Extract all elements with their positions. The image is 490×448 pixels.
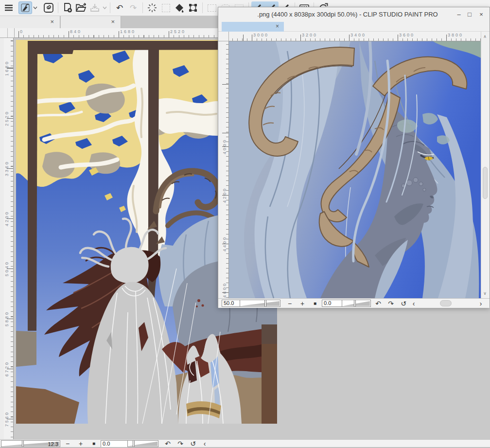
document-tab-2[interactable]: ×: [61, 16, 121, 28]
scroll-right-button[interactable]: ›: [477, 299, 485, 308]
vertical-scrollbar[interactable]: [481, 41, 489, 288]
reset-rotation-button[interactable]: ↺: [398, 299, 409, 308]
minimize-button[interactable]: –: [454, 7, 464, 22]
float-body: 4000 4200 4400 4600: [218, 41, 490, 298]
ruler-label: 4200: [222, 180, 228, 210]
floating-canvas-window[interactable]: .png (4400 x 8038px 300dpi 50.0%) - CLIP…: [218, 7, 490, 307]
invert-selection-icon[interactable]: [159, 1, 173, 14]
ruler-label: 1680: [4, 51, 13, 85]
horizontal-scrollbar[interactable]: [419, 299, 477, 308]
transform-icon[interactable]: [186, 1, 200, 14]
ruler-label: 4600: [222, 275, 228, 298]
ruler-label: 4400: [222, 229, 228, 258]
ruler-label: 6720: [4, 352, 13, 386]
float-title-bar[interactable]: .png (4400 x 8038px 300dpi 50.0%) - CLIP…: [218, 7, 490, 22]
ruler-label: 4000: [222, 132, 228, 161]
ruler-label: 7560: [4, 402, 13, 436]
ruler-label: 2520: [4, 101, 13, 135]
float-tab-bar: ×: [218, 22, 490, 32]
tab-close-icon[interactable]: ×: [111, 18, 115, 25]
zoom-value[interactable]: 50.0: [222, 300, 240, 307]
rotate-left-button[interactable]: ↶: [373, 299, 384, 308]
rotate-right-button[interactable]: ↷: [385, 299, 396, 308]
pen-dropdown-icon[interactable]: [32, 1, 38, 14]
scrollbar-thumb[interactable]: [440, 300, 452, 306]
ruler-corner: [0, 28, 15, 38]
ruler-label: 3800: [448, 33, 463, 37]
ruler-label: 3000: [253, 33, 269, 37]
zoom-slider[interactable]: [240, 300, 280, 307]
save-file-icon[interactable]: [88, 1, 102, 14]
deselect-icon[interactable]: [145, 1, 159, 14]
scrollbar-thumb[interactable]: [483, 167, 488, 199]
ruler-label: 1680: [120, 29, 136, 34]
zoom-out-button[interactable]: −: [62, 440, 73, 447]
pen-tool-icon[interactable]: [18, 1, 32, 14]
actual-size-button[interactable]: ■: [88, 440, 99, 447]
redo-icon[interactable]: ↷: [126, 1, 140, 14]
rotate-slider[interactable]: [127, 440, 158, 447]
ruler-label: 3360: [4, 151, 13, 185]
rotate-value[interactable]: 0.0: [322, 300, 342, 307]
float-artwork-svg: [229, 41, 481, 298]
tab-close-icon[interactable]: ×: [50, 18, 54, 25]
ruler-label: 3200: [302, 33, 317, 37]
h-ruler-float: 3000 3200 3400 3600 3800: [229, 32, 481, 41]
reset-rotation-button[interactable]: ↺: [188, 440, 198, 447]
float-window-title: .png (4400 x 8038px 300dpi 50.0%) - CLIP…: [247, 7, 448, 22]
ruler-label: 5040: [4, 251, 13, 286]
maximize-button[interactable]: □: [464, 7, 475, 22]
actual-size-button[interactable]: ■: [310, 299, 320, 308]
float-ruler-corner: [218, 32, 229, 41]
fill-icon[interactable]: [173, 1, 186, 14]
rotate-slider[interactable]: [342, 300, 371, 307]
float-document-tab[interactable]: ×: [222, 22, 284, 32]
rotate-right-button[interactable]: ↷: [175, 440, 186, 447]
zoom-in-button[interactable]: +: [75, 440, 86, 447]
zoom-out-button[interactable]: −: [284, 299, 295, 308]
app-window: ↶ ↷: [0, 0, 490, 448]
scroll-up-button[interactable]: ∧: [481, 32, 489, 41]
window-edge: [0, 38, 4, 439]
v-ruler-float: 4000 4200 4400 4600: [222, 41, 229, 298]
ruler-label: 840: [70, 29, 82, 34]
float-navigation-bar: 50.0 − + ■ 0.0 ↶ ↷ ↺ ‹ ›: [218, 298, 490, 308]
scroll-left-button[interactable]: ‹: [410, 299, 418, 308]
ruler-label: 4200: [4, 201, 13, 235]
zoom-in-button[interactable]: +: [297, 299, 308, 308]
document-tab-1[interactable]: ×: [0, 16, 60, 28]
zoom-slider[interactable]: 12.3: [1, 440, 60, 447]
save-dropdown-icon[interactable]: [102, 1, 107, 14]
ruler-label: 0: [20, 29, 24, 34]
rotate-value[interactable]: 0.0: [101, 440, 128, 448]
tab-close-icon[interactable]: ×: [276, 23, 279, 30]
ruler-label: 3600: [399, 33, 415, 37]
close-button[interactable]: ×: [476, 7, 487, 22]
scroll-left-button[interactable]: ‹: [199, 440, 210, 447]
clip-studio-icon[interactable]: [42, 1, 55, 14]
main-navigation-bar: 12.3 − + ■ 0.0 ↶ ↷ ↺ ‹: [0, 439, 490, 447]
ruler-label: 3400: [350, 33, 366, 37]
new-file-icon[interactable]: [61, 1, 74, 14]
v-ruler-main: 1680 2520 3360 4200 5040 5880 6720 7560: [4, 38, 14, 439]
rotate-left-button[interactable]: ↶: [162, 440, 173, 447]
scroll-down-button[interactable]: ∨: [481, 288, 489, 298]
undo-icon[interactable]: ↶: [113, 1, 126, 14]
open-file-icon[interactable]: [74, 1, 88, 14]
float-canvas-artwork[interactable]: [229, 41, 481, 298]
ruler-label: 2520: [170, 29, 186, 34]
menu-icon[interactable]: [2, 1, 16, 14]
zoom-value[interactable]: 12.3: [48, 441, 58, 448]
ruler-label: 5880: [4, 302, 13, 336]
marquee-icon[interactable]: [205, 1, 219, 14]
